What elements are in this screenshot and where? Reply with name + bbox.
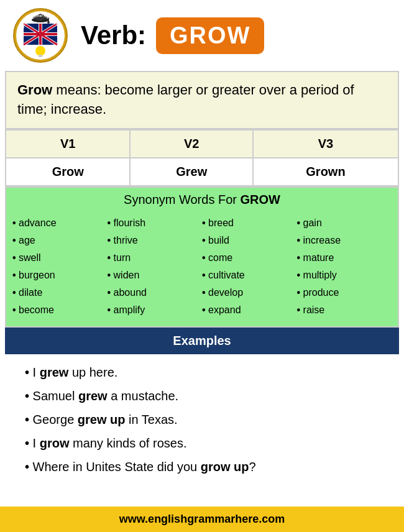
v2-value: Grew [130,158,253,186]
synonym-item: flourish [108,214,203,232]
synonym-item: age [12,232,108,249]
definition-box: Grow means: become larger or greater ove… [5,71,399,129]
synonym-item: cultivate [202,267,297,284]
synonym-col-3: breed build come cultivate develop expan… [202,214,297,319]
synonym-col-1: advance age swell burgeon dilate become [12,214,108,319]
header-title-group: Verb: GROW [81,17,392,54]
logo: English Grammar Here.Com [12,7,68,63]
footer-url: www.englishgrammarhere.com [119,513,285,525]
v3-header: V3 [253,130,398,158]
example-item-1: I grew up here. [25,360,392,384]
page-header: English Grammar Here.Com Verb: GROW [0,0,404,71]
definition-word: Grow [17,82,52,98]
v1-header: V1 [6,130,130,158]
v1-value: Grow [6,158,130,186]
synonym-item: multiply [297,267,392,284]
synonym-col-2: flourish thrive turn widen abound amplif… [108,214,203,319]
footer: www.englishgrammarhere.com [0,507,404,532]
synonym-item: raise [297,301,392,319]
v3-value: Grown [253,158,398,186]
synonym-item: increase [297,232,392,249]
synonym-header: Synonym Words For GROW [6,188,398,212]
synonym-item: produce [297,284,392,301]
synonym-item: mature [297,249,392,267]
synonym-item: advance [12,214,108,232]
v2-header: V2 [130,130,253,158]
synonym-item: gain [297,214,392,232]
example-item-5: Where in Unites State did you grow up? [25,455,392,479]
synonym-title-plain: Synonym Words For [124,193,240,206]
svg-rect-10 [39,24,42,45]
synonym-item: turn [108,249,203,267]
grow-badge: GROW [156,17,264,54]
example-item-2: Samuel grew a mustache. [25,384,392,408]
example-item-4: I grow many kinds of roses. [25,431,392,455]
synonym-item: become [12,301,108,319]
svg-rect-17 [39,55,42,57]
examples-list: I grew up here. Samuel grew a mustache. … [0,354,404,485]
synonym-grid: advance age swell burgeon dilate become … [6,212,398,326]
synonym-item: thrive [108,232,203,249]
synonym-item: come [202,249,297,267]
synonym-item: develop [202,284,297,301]
synonym-section: Synonym Words For GROW advance age swell… [5,186,399,328]
synonym-item: breed [202,214,297,232]
synonym-item: abound [108,284,203,301]
definition-text: means: become larger or greater over a p… [17,82,354,117]
synonym-col-4: gain increase mature multiply produce ra… [297,214,392,319]
synonym-item: widen [108,267,203,284]
examples-header: Examples [5,328,399,354]
synonym-item: build [202,232,297,249]
example-item-3: George grew up in Texas. [25,408,392,431]
synonym-item: expand [202,301,297,319]
verb-forms-table: V1 V2 V3 Grow Grew Grown [5,129,399,186]
svg-point-15 [47,21,50,24]
synonym-item: swell [12,249,108,267]
synonym-item: dilate [12,284,108,301]
verb-label: Verb: [81,21,146,50]
synonym-item: burgeon [12,267,108,284]
synonym-title-bold: GROW [241,193,280,206]
synonym-item: amplify [108,301,203,319]
